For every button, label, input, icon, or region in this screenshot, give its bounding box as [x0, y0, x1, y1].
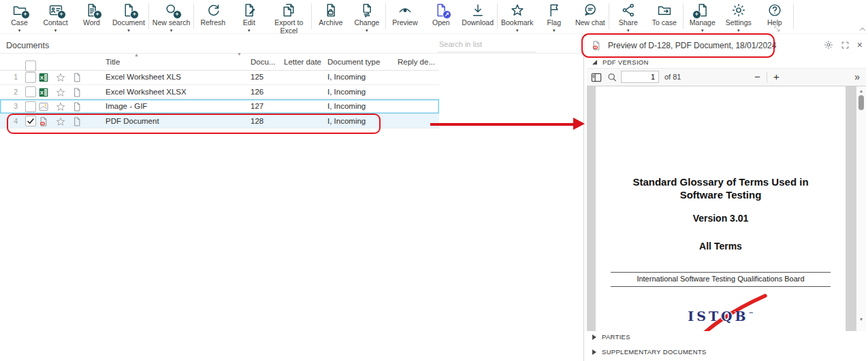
toolbar-item-help[interactable]: Help — [756, 0, 792, 27]
column-header-doc-number[interactable]: Docu... — [251, 58, 275, 66]
section-supplementary-documents[interactable]: SUPPLEMENTARY DOCUMENTS — [592, 348, 707, 356]
column-header-title[interactable]: Title — [106, 58, 120, 66]
row-checkbox[interactable] — [25, 86, 36, 99]
toolbar-item-settings[interactable]: Settings▾ — [720, 0, 756, 33]
istqb-logo: ISTQB™ — [596, 290, 846, 331]
toolbar-item-word[interactable]: +Word — [74, 0, 110, 27]
section-pdf-version[interactable]: PDF VERSION — [592, 58, 649, 66]
favorite-star-icon[interactable] — [55, 87, 66, 98]
pdf-viewer: Standard Glossary of Terms Used in Softw… — [587, 86, 866, 331]
toolbar-item-change[interactable]: Change▾ — [349, 0, 385, 33]
chevron-down-icon: ▾ — [516, 28, 519, 33]
zoom-out-button[interactable]: − — [754, 71, 760, 82]
preview-expand-icon[interactable] — [841, 41, 850, 50]
main-toolbar: +Case▾+Contact▾+Word+Document▾+New searc… — [0, 0, 868, 34]
settings-gear-icon — [731, 3, 746, 18]
preview-settings-gear-icon[interactable] — [824, 40, 833, 50]
rule-line — [611, 286, 831, 287]
column-header-document-type[interactable]: Document type — [327, 58, 380, 66]
pdf-sidebar-toggle-icon[interactable] — [590, 71, 602, 84]
table-row[interactable]: 2XExcel Worksheet XLSX126I, Incoming — [0, 85, 439, 100]
table-row[interactable]: 3Image - GIF127I, Incoming — [0, 99, 439, 114]
scroll-up-icon[interactable]: ▲ — [856, 88, 866, 93]
toolbar-item-new-chat[interactable]: New chat — [572, 0, 608, 27]
scrollbar-thumb[interactable] — [858, 95, 864, 110]
cell-title: PDF Document — [106, 114, 159, 129]
badge-icon: + — [93, 10, 102, 19]
document-page-icon[interactable] — [71, 87, 82, 98]
zoom-in-button[interactable]: + — [773, 71, 779, 82]
table-header-row: Title ▲ ▼ Docu... Letter date Document t… — [0, 54, 439, 71]
toolbar-item-label: Contact — [43, 19, 67, 27]
toolbar-item-label: New search — [152, 19, 190, 27]
toolbar-item-to-case[interactable]: To case — [646, 0, 682, 27]
favorite-star-icon[interactable] — [55, 116, 66, 127]
column-header-reply-deadline[interactable]: Reply de... — [398, 58, 435, 66]
pdf-viewer-toolbar: of 81 − + » — [587, 68, 866, 86]
row-checkbox[interactable] — [25, 116, 36, 126]
collapse-ribbon-icon[interactable] — [858, 25, 867, 33]
toolbar-item-edit[interactable]: Edit▾ — [231, 0, 267, 33]
badge-icon: ↗ — [443, 10, 451, 19]
flag-icon — [547, 3, 562, 18]
favorite-star-icon[interactable] — [55, 101, 66, 112]
archive-icon — [323, 3, 338, 18]
document-page-icon[interactable] — [71, 101, 82, 112]
search-in-list-input[interactable] — [438, 37, 536, 52]
toolbar-separator — [609, 3, 609, 29]
preview-close-icon[interactable]: × — [857, 40, 863, 50]
cell-doc-number: 127 — [251, 99, 263, 114]
toolbar-item-refresh[interactable]: Refresh — [195, 0, 231, 27]
section-parties[interactable]: PARTIES — [592, 333, 630, 341]
pdf-doc-version: Version 3.01 — [596, 213, 846, 224]
toolbar-item-case[interactable]: +Case▾ — [1, 0, 37, 33]
toolbar-item-preview[interactable]: Preview — [387, 0, 423, 27]
toolbar-item-label: Word — [83, 19, 100, 27]
toolbar-item-manage[interactable]: +Manage▾ — [684, 0, 720, 33]
rule-line — [611, 272, 831, 273]
sort-descending-icon[interactable]: ▼ — [237, 52, 242, 56]
section-label: PDF VERSION — [602, 58, 649, 66]
scroll-down-icon[interactable]: ▼ — [856, 317, 866, 322]
pdf-scrollbar[interactable]: ▲ ▼ — [856, 86, 866, 331]
document-page-icon[interactable] — [71, 116, 82, 127]
ribbon-launcher-icon[interactable] — [773, 25, 781, 33]
toolbar-item-share[interactable]: Share▾ — [610, 0, 646, 33]
row-checkbox[interactable] — [25, 72, 36, 84]
toolbar-item-label: Archive — [319, 19, 342, 27]
favorite-star-icon[interactable] — [55, 72, 66, 83]
table-row[interactable]: 1XExcel Worksheet XLS125I, Incoming — [0, 70, 439, 85]
row-checkbox[interactable] — [25, 101, 36, 114]
table-row[interactable]: 4PDF Document128I, Incoming — [0, 114, 439, 129]
toolbar-item-label: Bookmark — [501, 19, 533, 27]
toolbar-item-label: Preview — [392, 19, 417, 27]
pdf-doc-title: Standard Glossary of Terms Used in Softw… — [596, 175, 846, 201]
toolbar-item-open[interactable]: ↗Open — [423, 0, 459, 27]
excel-file-icon: X — [38, 72, 49, 83]
toolbar-item-archive[interactable]: Archive — [312, 0, 349, 27]
download-icon — [470, 3, 485, 18]
toolbar-item-flag[interactable]: Flag▾ — [536, 0, 572, 33]
sort-ascending-icon[interactable]: ▲ — [134, 52, 139, 57]
column-header-letter-date[interactable]: Letter date — [284, 58, 321, 66]
toolbar-item-label: Open — [432, 19, 450, 27]
toolbar-item-export-to-excel[interactable]: Export to Excel — [267, 0, 310, 35]
toolbar-item-new-search[interactable]: +New search▾ — [150, 0, 193, 33]
pdf-more-tools-button[interactable]: » — [854, 71, 859, 82]
pdf-page-number-input[interactable] — [621, 71, 659, 83]
toolbar-item-download[interactable]: Download — [459, 0, 496, 27]
row-number: 3 — [0, 99, 18, 114]
to-case-icon — [657, 3, 672, 18]
cell-document-type: I, Incoming — [327, 99, 366, 114]
share-icon — [621, 3, 636, 18]
pdf-search-icon[interactable] — [607, 72, 617, 83]
cell-doc-number: 128 — [251, 114, 263, 129]
toolbar-item-document[interactable]: +Document▾ — [110, 0, 148, 33]
toolbar-item-bookmark[interactable]: Bookmark▾ — [498, 0, 536, 33]
change-icon — [359, 3, 374, 18]
toolbar-item-label: Share — [619, 19, 638, 27]
toolbar-item-contact[interactable]: +Contact▾ — [37, 0, 74, 33]
toolbar-separator — [793, 3, 794, 29]
document-page-icon[interactable] — [71, 72, 82, 83]
chevron-down-icon: ▾ — [127, 28, 130, 33]
